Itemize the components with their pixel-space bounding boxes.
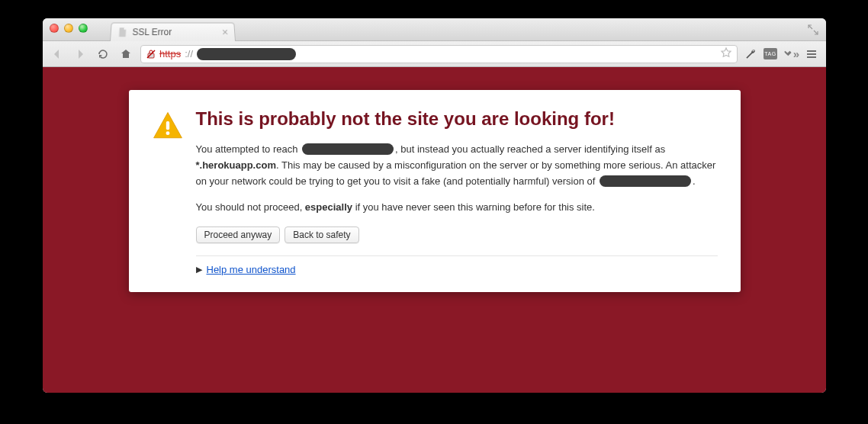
extension-wrench-icon[interactable] — [744, 47, 757, 61]
error-paragraph-1: You attempted to reach , but instead you… — [196, 142, 718, 189]
cert-common-name: *.herokuapp.com — [196, 159, 276, 171]
error-heading: This is probably not the site you are lo… — [196, 108, 718, 130]
fullscreen-icon[interactable] — [808, 24, 818, 35]
warning-icon — [152, 110, 184, 142]
window-zoom-button[interactable] — [79, 24, 88, 33]
button-row: Proceed anyway Back to safety — [196, 226, 718, 243]
titlebar: SSL Error × — [43, 18, 826, 41]
traffic-lights — [50, 24, 88, 33]
bookmark-star-icon[interactable] — [720, 47, 732, 61]
url-scheme: https — [159, 48, 181, 59]
extension-tag-icon[interactable]: TAG — [764, 47, 777, 61]
help-disclosure[interactable]: ▶ Help me understand — [196, 264, 718, 275]
text-fragment: if you have never seen this warning befo… — [352, 201, 595, 213]
error-paragraph-2: You should not proceed, especially if yo… — [196, 200, 718, 216]
proceed-anyway-button[interactable]: Proceed anyway — [196, 226, 281, 243]
text-fragment: You should not proceed, — [196, 201, 305, 213]
back-to-safety-button[interactable]: Back to safety — [285, 226, 358, 243]
ssl-error-card: This is probably not the site you are lo… — [129, 90, 741, 292]
redacted-hostname — [600, 175, 691, 187]
text-fragment: . — [693, 175, 696, 187]
forward-button[interactable] — [72, 46, 88, 63]
url-host-redacted — [197, 48, 296, 60]
extension-overflow-button[interactable]: » — [783, 47, 797, 61]
svg-point-3 — [166, 131, 169, 135]
disclosure-triangle-icon: ▶ — [196, 265, 202, 275]
toolbar: https :// TAG » — [43, 41, 826, 67]
ssl-error-icon — [146, 49, 156, 59]
home-button[interactable] — [117, 46, 134, 63]
text-fragment: , but instead you actually reached a ser… — [395, 143, 665, 155]
reload-button[interactable] — [95, 46, 111, 63]
redacted-hostname — [302, 143, 394, 155]
error-body: This is probably not the site you are lo… — [196, 108, 718, 275]
svg-rect-2 — [166, 121, 169, 130]
omnibox[interactable]: https :// — [140, 45, 738, 63]
page-favicon — [117, 27, 128, 37]
divider — [196, 255, 718, 256]
emphasis: especially — [305, 201, 352, 213]
menu-button[interactable] — [803, 46, 820, 63]
page-content: This is probably not the site you are lo… — [43, 67, 826, 393]
browser-tab[interactable]: SSL Error × — [110, 23, 236, 41]
back-button[interactable] — [49, 46, 66, 63]
window-minimize-button[interactable] — [64, 24, 73, 33]
browser-window: SSL Error × https :// — [43, 18, 826, 393]
tab-title: SSL Error — [132, 27, 217, 37]
window-close-button[interactable] — [50, 24, 59, 33]
tab-close-button[interactable]: × — [222, 27, 229, 37]
help-link[interactable]: Help me understand — [207, 264, 296, 275]
text-fragment: You attempted to reach — [196, 143, 301, 155]
url-separator: :// — [185, 48, 193, 59]
